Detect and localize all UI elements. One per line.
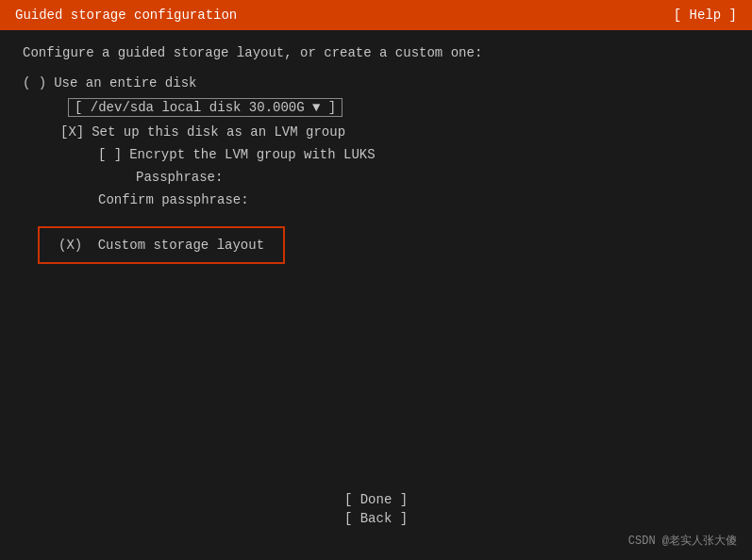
back-button[interactable]: [ Back ]	[344, 511, 408, 526]
use-entire-disk-label: Use an entire disk	[54, 75, 196, 91]
passphrase-label: Passphrase:	[136, 170, 223, 185]
confirm-passphrase-label: Confirm passphrase:	[98, 192, 249, 207]
custom-storage-label: Custom storage layout	[98, 238, 264, 253]
title-text: Guided storage configuration	[15, 8, 237, 23]
passphrase-row: Passphrase:	[23, 170, 729, 185]
encrypt-lvm-label: Encrypt the LVM group with LUKS	[129, 147, 375, 162]
help-button[interactable]: [ Help ]	[674, 8, 737, 23]
use-entire-disk-radio[interactable]: ( )	[23, 75, 46, 91]
custom-storage-radio[interactable]: (X)	[58, 238, 82, 253]
confirm-passphrase-row: Confirm passphrase:	[23, 192, 729, 207]
watermark: CSDN @老实人张大傻	[628, 533, 737, 549]
content: Configure a guided storage layout, or cr…	[0, 30, 752, 294]
disk-selector[interactable]: [ /dev/sda local disk 30.000G ▼ ]	[68, 98, 343, 117]
screen: Guided storage configuration [ Help ] Co…	[0, 0, 752, 560]
lvm-option[interactable]: [X] Set up this disk as an LVM group	[23, 124, 729, 140]
use-entire-disk-option[interactable]: ( ) Use an entire disk	[23, 75, 729, 91]
done-button[interactable]: [ Done ]	[344, 492, 408, 507]
encrypt-lvm-checkbox[interactable]: [ ]	[98, 147, 122, 162]
title-bar: Guided storage configuration [ Help ]	[0, 0, 752, 30]
description: Configure a guided storage layout, or cr…	[23, 45, 729, 60]
bottom-buttons: [ Done ] [ Back ]	[0, 492, 752, 526]
lvm-checkbox[interactable]: [X]	[60, 124, 84, 140]
disk-selector-row[interactable]: [ /dev/sda local disk 30.000G ▼ ]	[23, 98, 729, 117]
encrypt-lvm-option[interactable]: [ ] Encrypt the LVM group with LUKS	[23, 147, 729, 162]
lvm-label: Set up this disk as an LVM group	[92, 124, 345, 140]
custom-storage-option[interactable]: (X) Custom storage layout	[38, 226, 285, 264]
